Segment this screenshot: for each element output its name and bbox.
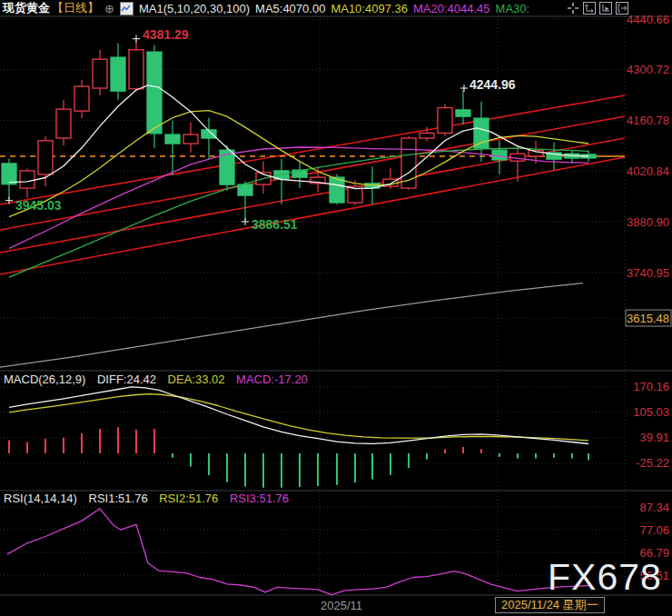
svg-text:4020.84: 4020.84	[627, 164, 669, 178]
svg-text:4244.96: 4244.96	[469, 77, 516, 92]
ma30-value: MA30:	[496, 2, 530, 15]
ma20-value: MA20:4044.45	[413, 2, 490, 15]
rsi1-value: RSI1:51.76	[89, 492, 148, 505]
svg-text:3886.51: 3886.51	[252, 217, 298, 232]
svg-text:77.06: 77.06	[639, 523, 669, 537]
header-toolbar	[567, 2, 628, 15]
pane-expand-icon[interactable]	[616, 2, 628, 15]
macd-name: MACD(26,12,9)	[4, 373, 85, 386]
svg-text:87.34: 87.34	[639, 501, 669, 514]
svg-text:3740.95: 3740.95	[627, 266, 669, 280]
ma10-line	[9, 111, 588, 217]
ma10-value: MA10:4097.36	[331, 2, 408, 15]
svg-text:3945.03: 3945.03	[15, 198, 62, 213]
rsi3-value: RSI3:51.76	[230, 492, 289, 505]
price-chart-canvas[interactable]: 4381.294244.963945.033886.514440.664300.…	[0, 0, 672, 616]
svg-text:3880.90: 3880.90	[627, 215, 669, 229]
gridlines	[0, 16, 625, 595]
svg-text:39.91: 39.91	[639, 431, 669, 444]
macd-diff-value: DIFF:24.42	[97, 373, 156, 386]
rsi-indicator-row: RSI(14,14,14) RSI1:51.76 RSI2:51.76 RSI3…	[4, 492, 297, 505]
rsi-line	[7, 509, 588, 595]
axis-play-icon[interactable]	[599, 2, 612, 15]
svg-text:170.16: 170.16	[633, 380, 669, 393]
macd-indicator-row: MACD(26,12,9) DIFF:24.42 DEA:33.02 MACD:…	[4, 373, 316, 386]
macd-value: MACD:-17.20	[236, 373, 308, 386]
macd-axis-labels: 170.16105.0339.91-25.22	[633, 380, 669, 470]
chart-header: 现货黄金【日线】 ⊕ MA1(5,10,20,30,100) MA5:4070.…	[0, 0, 672, 16]
svg-text:3615.48: 3615.48	[627, 312, 669, 325]
candlesticks	[2, 41, 596, 220]
svg-text:-25.22: -25.22	[636, 456, 669, 470]
add-indicator-icon[interactable]: ⊕	[104, 2, 114, 15]
xaxis-month-label: 2025/11	[321, 599, 362, 612]
price-axis-labels: 4440.664300.724160.784020.843880.903740.…	[626, 13, 671, 327]
trading-app-window: 4381.294244.963945.033886.514440.664300.…	[0, 0, 672, 616]
symbol-title: 现货黄金	[3, 0, 50, 16]
ma100-line	[0, 283, 583, 368]
svg-text:4300.72: 4300.72	[627, 63, 669, 76]
macd-dea-value: DEA:33.02	[168, 373, 225, 386]
fx678-watermark: FX678	[548, 556, 662, 599]
trendlines	[0, 95, 625, 274]
axis-scale-icon[interactable]	[583, 2, 596, 15]
rsi-name: RSI(14,14,14)	[4, 492, 77, 505]
mini-chart-icon[interactable]	[120, 2, 133, 15]
panel-separators	[0, 16, 672, 595]
svg-text:4160.78: 4160.78	[627, 114, 669, 127]
rsi2-value: RSI2:51.76	[159, 492, 218, 505]
period-label: 【日线】	[52, 0, 99, 16]
svg-text:4381.29: 4381.29	[143, 27, 189, 42]
ma-group-label: MA1(5,10,20,30,100)	[139, 2, 250, 15]
svg-text:105.03: 105.03	[633, 405, 669, 419]
xaxis-last-date-label: 2025/11/24 星期一	[495, 597, 605, 613]
crosshair-icon[interactable]	[567, 2, 579, 15]
ma5-value: MA5:4070.00	[255, 2, 325, 15]
